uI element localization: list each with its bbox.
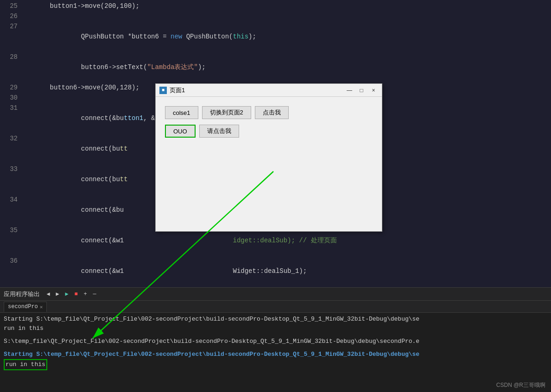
code-line-28: 28 button6->setText("Lambda表达式");: [0, 52, 551, 82]
output-line-starting2: Starting S:\temp_file\Qt_Project_File\00…: [4, 350, 547, 359]
dialog-window: ■ 页面1 — □ × colse1 切换到页面2 点击我 OUO 请点击我: [155, 83, 382, 232]
dialog-titlebar[interactable]: ■ 页面1 — □ ×: [156, 84, 382, 97]
run-btn[interactable]: ▶: [63, 291, 70, 298]
code-line-25: 25 button1->move(200,100);: [0, 1, 551, 11]
dialog-title: 页面1: [170, 86, 342, 95]
dialog-row1: colse1 切换到页面2 点击我: [165, 106, 373, 119]
dialog-body: colse1 切换到页面2 点击我 OUO 请点击我: [156, 97, 382, 147]
output-controls: ◀ ▶ ▶ ■ + —: [44, 291, 98, 298]
output-header: 应用程序输出 ◀ ▶ ▶ ■ + —: [0, 288, 551, 301]
output-line-starting: Starting S:\temp_file\Qt_Project_File\00…: [4, 315, 547, 324]
next-btn[interactable]: ▶: [54, 291, 61, 298]
add-btn[interactable]: +: [82, 291, 89, 298]
code-line-26: 26: [0, 11, 551, 21]
output-line-run2-highlight: run in this: [4, 359, 47, 370]
code-line-27: 27 QPushButton *button6 = new QPushButto…: [0, 21, 551, 52]
minimize-button[interactable]: —: [345, 86, 354, 95]
prev-btn[interactable]: ◀: [44, 291, 52, 298]
colse1-button[interactable]: colse1: [165, 106, 198, 119]
click-me-button[interactable]: 点击我: [255, 106, 289, 119]
output-blank2: [4, 346, 547, 350]
output-title: 应用程序输出: [4, 290, 40, 298]
dialog-icon: ■: [159, 87, 167, 94]
close-button[interactable]: ×: [369, 86, 378, 95]
minus-btn[interactable]: —: [91, 291, 98, 298]
stop-btn[interactable]: ■: [72, 291, 80, 298]
output-tab-secondpro[interactable]: secondPro ✕: [4, 302, 47, 312]
output-line-run1: run in this: [4, 324, 547, 333]
maximize-button[interactable]: □: [357, 86, 366, 95]
please-click-button[interactable]: 请点击我: [199, 125, 239, 138]
output-line-path2: S:\temp_file\Qt_Project_File\002-secondP…: [4, 337, 547, 346]
output-content: Starting S:\temp_file\Qt_Project_File\00…: [0, 313, 551, 372]
dialog-row2: OUO 请点击我: [165, 125, 373, 138]
output-run-text: run in this: [6, 361, 45, 368]
tab-close-btn[interactable]: ✕: [40, 304, 43, 310]
tab-label: secondPro: [8, 303, 38, 310]
output-tab-bar: secondPro ✕: [0, 301, 551, 313]
csdn-watermark: CSDN @R三哥哦啊: [496, 381, 545, 389]
output-blank1: [4, 333, 547, 337]
code-line-36: 36 connect(&w1 Widget::dealSub_1);: [0, 256, 551, 286]
output-panel: 应用程序输出 ◀ ▶ ▶ ■ + — secondPro ✕ Starting …: [0, 287, 551, 392]
switch-page-button[interactable]: 切换到页面2: [202, 106, 251, 119]
ouo-button[interactable]: OUO: [165, 125, 196, 138]
